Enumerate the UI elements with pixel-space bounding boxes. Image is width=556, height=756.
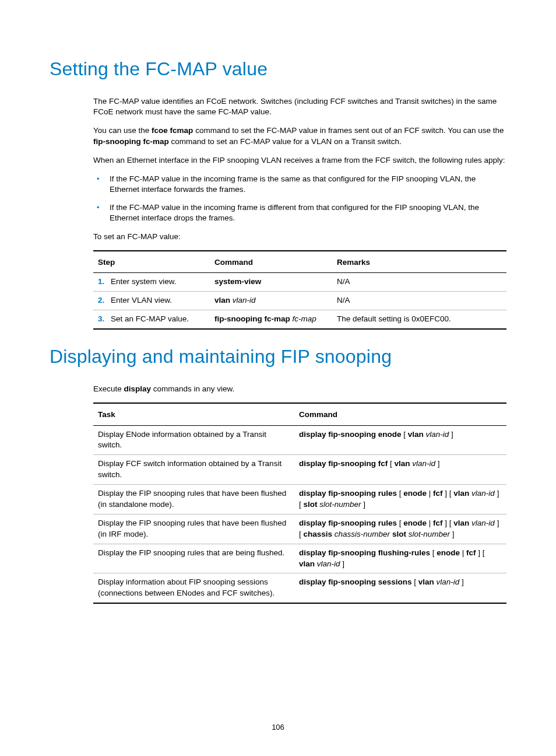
task-text: Display the FIP snooping rules that have… xyxy=(93,514,294,544)
step-table: Step Command Remarks 1.Enter system view… xyxy=(93,250,506,330)
para: The FC-MAP value identifies an FCoE netw… xyxy=(93,96,506,117)
table-row: Display information about FIP snooping s… xyxy=(93,573,506,603)
task-cmd: display fip-snooping sessions [ vlan vla… xyxy=(294,573,506,603)
task-text: Display information about FIP snooping s… xyxy=(93,573,294,603)
step-text: Enter system view. xyxy=(111,277,177,286)
text: You can use the xyxy=(93,126,152,135)
text: commands in any view. xyxy=(151,384,234,393)
table-row: 2.Enter VLAN view. vlan vlan-id N/A xyxy=(93,292,506,310)
para: Execute display commands in any view. xyxy=(93,384,506,394)
table-row: 1.Enter system view. system-view N/A xyxy=(93,273,506,292)
task-cmd: display fip-snooping rules [ enode | fcf… xyxy=(294,514,506,544)
page-number: 106 xyxy=(0,723,556,732)
cmd-inline: fip-snooping fc-map xyxy=(93,137,169,146)
text: command to set an FC-MAP value for a VLA… xyxy=(169,137,402,146)
table-row: 3.Set an FC-MAP value. fip-snooping fc-m… xyxy=(93,310,506,329)
task-cmd: display fip-snooping rules [ enode | fcf… xyxy=(294,485,506,514)
remarks: The default setting is 0x0EFC00. xyxy=(332,310,506,329)
bullet-list: If the FC-MAP value in the incoming fram… xyxy=(93,174,506,223)
cmd-bold: vlan xyxy=(214,296,230,304)
table-row: Display the FIP snooping rules that are … xyxy=(93,544,506,573)
step-text: Set an FC-MAP value. xyxy=(111,314,189,323)
table-row: Display the FIP snooping rules that have… xyxy=(93,485,506,514)
text: command to set the FC-MAP value in frame… xyxy=(193,126,504,135)
task-text: Display ENode information obtained by a … xyxy=(93,425,294,455)
cmd-italic: fc-map xyxy=(290,314,316,323)
bullet-item: If the FC-MAP value in the incoming fram… xyxy=(93,202,506,223)
heading-fc-map: Setting the FC-MAP value xyxy=(50,58,506,80)
table-row: Display the FIP snooping rules that have… xyxy=(93,514,506,544)
th-command: Command xyxy=(210,251,332,273)
task-cmd: display fip-snooping enode [ vlan vlan-i… xyxy=(294,425,506,455)
heading-display-fip: Displaying and maintaining FIP snooping xyxy=(50,346,506,368)
task-text: Display the FIP snooping rules that are … xyxy=(93,544,294,573)
cmd-inline: fcoe fcmap xyxy=(152,126,193,135)
th-task: Task xyxy=(93,403,294,425)
table-row: Display FCF switch information obtained … xyxy=(93,455,506,485)
remarks: N/A xyxy=(332,292,506,310)
table-row: Display ENode information obtained by a … xyxy=(93,425,506,455)
step-number: 2. xyxy=(98,295,111,306)
para: You can use the fcoe fcmap command to se… xyxy=(93,125,506,146)
para: To set an FC-MAP value: xyxy=(93,232,506,242)
cmd-italic: vlan-id xyxy=(230,296,256,304)
step-number: 1. xyxy=(98,276,111,288)
task-text: Display FCF switch information obtained … xyxy=(93,455,294,485)
task-table: Task Command Display ENode information o… xyxy=(93,402,506,604)
task-cmd: display fip-snooping fcf [ vlan vlan-id … xyxy=(294,455,506,485)
bullet-item: If the FC-MAP value in the incoming fram… xyxy=(93,174,506,195)
cmd-bold: system-view xyxy=(214,277,261,286)
remarks: N/A xyxy=(332,273,506,292)
para: When an Ethernet interface in the FIP sn… xyxy=(93,155,506,166)
step-text: Enter VLAN view. xyxy=(111,296,172,304)
th-command: Command xyxy=(294,403,506,425)
cmd-bold: fip-snooping fc-map xyxy=(214,314,290,323)
th-remarks: Remarks xyxy=(332,251,506,273)
cmd-inline: display xyxy=(124,384,152,393)
task-text: Display the FIP snooping rules that have… xyxy=(93,485,294,514)
task-cmd: display fip-snooping flushing-rules [ en… xyxy=(294,544,506,573)
text: Execute xyxy=(93,384,124,393)
th-step: Step xyxy=(93,251,210,273)
step-number: 3. xyxy=(98,314,111,325)
